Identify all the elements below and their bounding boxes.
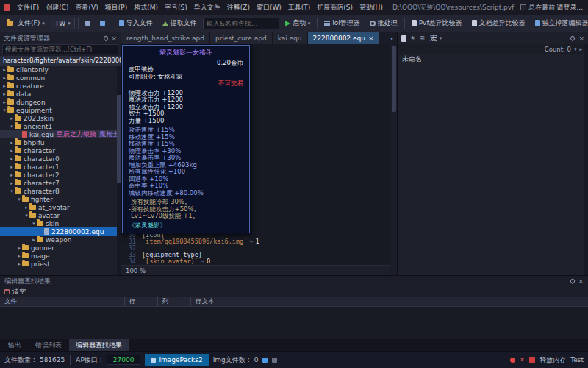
tab-strength-hand-strike[interactable]: rength_hand_strike.apd [121, 32, 210, 44]
statusbar: 文件数量 : 581625 AP接口 : 27000 ImagePacks2 I… [0, 351, 588, 368]
batch-process-button[interactable]: 批处理 [366, 17, 401, 29]
menu-item-tools[interactable]: 工具(T) [285, 1, 314, 14]
import-file-button[interactable]: 导入文件 [115, 17, 157, 29]
tree-item-data[interactable]: ▸data [0, 90, 121, 98]
login-link[interactable]: 请登录... [556, 3, 584, 13]
tab-kai-equ[interactable]: kai.equ [273, 32, 308, 44]
tree-item-2023skin[interactable]: ▸2023skin [0, 114, 121, 122]
drop-editor-button[interactable]: 独立掉落编辑器 [531, 17, 588, 29]
folder-icon [29, 205, 36, 210]
macro-dropdown[interactable]: 宏 ▾ [429, 33, 444, 43]
pin-icon[interactable] [570, 278, 576, 284]
tree-item-skin[interactable]: ▾skin [0, 219, 121, 227]
extract-file-button[interactable]: 提取文件 [159, 17, 201, 29]
menu-item-create[interactable]: 创建(C) [43, 1, 71, 14]
tree-item-equipment[interactable]: ▾equipment [0, 106, 121, 114]
tab-editor-find-results[interactable]: 编辑器查找结果 [69, 339, 129, 351]
tree-item-creature[interactable]: ▸creature [0, 82, 121, 90]
menu-item-fontsize[interactable]: 字号(S) [162, 1, 190, 14]
tree-item-at-avatar[interactable]: ▸at_avatar [0, 203, 121, 211]
clear-results-button[interactable]: 清空 [0, 286, 588, 297]
tree-item-weapon[interactable]: ▸weapon [0, 236, 121, 244]
extract-file-icon [162, 21, 168, 26]
toolbar: 文件(F) ▾ TW ▾ 导入文件 提取文件 启动 ▾ lol管理器 [0, 15, 588, 32]
save-icon-button[interactable] [82, 19, 94, 27]
tree-item-common[interactable]: ▸common [0, 74, 121, 82]
menu-item-view[interactable]: 查看(V) [73, 1, 101, 14]
tree-item-character8[interactable]: ▾character8 [0, 187, 121, 195]
tree-item-character0[interactable]: ▸character0 [0, 155, 121, 163]
blue-square-icon[interactable] [262, 358, 268, 363]
close-icon[interactable]: × [368, 35, 374, 42]
chevron-down-icon[interactable]: ▾ [574, 46, 577, 52]
close-icon[interactable]: × [578, 35, 584, 42]
tree-item-kai-equ[interactable]: kai.equ星辰之力银骑魔枪士 [0, 130, 121, 138]
grid-icon[interactable]: ⊞ [419, 35, 425, 42]
gray-square-icon[interactable] [272, 358, 277, 363]
tab-error-list[interactable]: 错误列表 [29, 339, 68, 351]
tree-item-bhpifu[interactable]: ▸bhpifu [0, 138, 121, 146]
menu-item-window[interactable]: 窗口(W) [254, 1, 284, 14]
zoom-level[interactable]: 100 % [126, 267, 146, 275]
explorer-scrollbar[interactable] [117, 66, 121, 275]
tree-item-avatar[interactable]: ▾avatar [0, 211, 121, 219]
menu-item-format[interactable]: 格式(M) [131, 1, 161, 14]
menu-item-comment[interactable]: 注释(Z) [224, 1, 253, 14]
file-menu-button[interactable]: 文件(F) ▾ [3, 17, 49, 29]
tab-priest-cure[interactable]: priest_cure.apd [210, 32, 273, 44]
folder-icon [7, 75, 14, 80]
star-icon[interactable]: ★ [410, 35, 415, 41]
refresh-icon-button[interactable] [96, 19, 109, 27]
always-on-top-checkbox[interactable] [520, 4, 526, 10]
tree-item-ancient1[interactable]: ▾ancient1 [0, 122, 121, 130]
start-button[interactable]: 启动 ▾ [282, 17, 315, 29]
tree-item-fighter[interactable]: ▾fighter [0, 195, 121, 203]
tab-output[interactable]: 输出 [1, 339, 28, 351]
tree-item-character[interactable]: ▸character [0, 146, 121, 155]
toolbar-divider [404, 18, 405, 29]
menu-item-project[interactable]: 项目(P) [102, 1, 130, 14]
language-select[interactable]: TW ▾ [51, 18, 75, 29]
results-scrollbar[interactable] [584, 44, 588, 275]
tree-item-gunner[interactable]: ▸gunner [0, 244, 121, 252]
ap-port-value[interactable]: 27000 [107, 355, 141, 365]
tree-item-222800002-equ[interactable]: 222800002.equ [0, 227, 121, 236]
lol-manager-button[interactable]: lol管理器 [320, 17, 364, 29]
menu-item-help[interactable]: 帮助(H) [356, 1, 386, 14]
pvf-diff-button[interactable]: Pvf差异比较器 [408, 17, 466, 29]
chevron-right-icon: ▸ [16, 245, 22, 251]
record-icon[interactable] [510, 358, 515, 363]
menu-item-import-file[interactable]: 导入文件 [191, 1, 223, 14]
tree-item-clientonly[interactable]: ▸clientonly [0, 66, 121, 74]
tab-222800002-equ[interactable]: 222800002.equ× [308, 32, 380, 44]
tree-item-mage[interactable]: ▸mage [0, 252, 121, 260]
tree-item-dungeon[interactable]: ▸dungeon [0, 98, 121, 106]
tree-item-character7[interactable]: ▸character7 [0, 179, 121, 187]
name-search-input[interactable] [203, 18, 279, 29]
tab-arrow: → [201, 258, 204, 265]
main-area: 文件资源管理器 × haracter8/fighter/avatar/skin/… [0, 32, 588, 275]
close-icon[interactable]: × [111, 35, 117, 42]
new-document-icon[interactable] [401, 35, 406, 42]
menu-item-extension-store[interactable]: 扩展商店(S) [314, 1, 356, 14]
tree-item-priest[interactable]: ▸priest [0, 260, 121, 268]
doc-diff-button[interactable]: 文档差异比较器 [468, 17, 529, 29]
editor-scrollbar[interactable] [390, 44, 397, 275]
explorer-search-input[interactable] [2, 44, 118, 54]
imagepacks-button[interactable]: ImagePacks2 [145, 354, 208, 366]
close-icon[interactable]: × [578, 278, 584, 285]
menu-item-file[interactable]: 文件(F) [14, 1, 42, 14]
tree-item-character2[interactable]: ▸character2 [0, 171, 121, 179]
result-item-unnamed[interactable]: 未命名 [398, 54, 588, 63]
red-x-icon[interactable]: ✕ [520, 356, 526, 364]
pin-icon[interactable] [103, 35, 109, 41]
tooltip-item-title: 紫灵魅影—女格斗 [129, 49, 243, 57]
tree-item-character1[interactable]: ▸character1 [0, 163, 121, 171]
pin-icon[interactable] [570, 35, 576, 41]
chevron-right-icon[interactable]: ▸ [579, 46, 582, 52]
always-on-top-toggle[interactable]: 总在最前 [520, 3, 555, 13]
test-label[interactable]: Test [570, 356, 584, 364]
code-editor[interactable]: 紫灵魅影—女格斗 0.20金币 皮甲装扮 可用职业: 女格斗家 不可交易 物理攻… [121, 44, 397, 275]
tab-list-chevron[interactable]: ▾ [387, 32, 397, 44]
release-memory-button[interactable]: 释放内存 [539, 355, 566, 365]
